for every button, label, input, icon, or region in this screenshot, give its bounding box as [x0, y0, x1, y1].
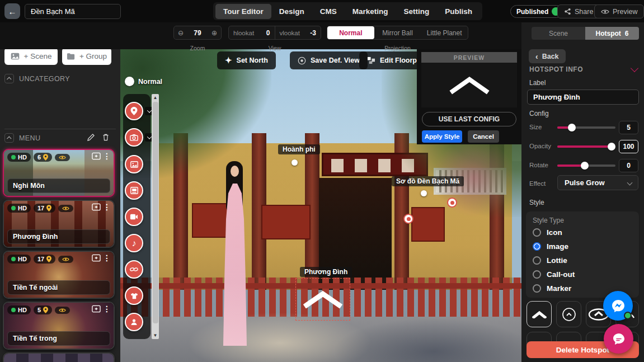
toolbar-scrollbar[interactable]: ▲ ▼: [152, 94, 159, 339]
rotate-value-input[interactable]: [619, 159, 638, 172]
scene-card-nghi-mon[interactable]: HD 6 ⋮ Nghi Môn: [3, 149, 115, 197]
visibility-badge[interactable]: [58, 256, 73, 263]
scroll-down-icon[interactable]: ▼: [152, 333, 159, 338]
projection-mode-chip[interactable]: Normal: [125, 77, 162, 86]
visibility-badge[interactable]: [55, 154, 70, 161]
hotspot-tool-scene[interactable]: [125, 128, 143, 147]
visibility-badge[interactable]: [55, 307, 70, 314]
radio-call-out[interactable]: Call-out: [533, 270, 575, 279]
collapse-menu-icon[interactable]: [4, 133, 14, 143]
more-options-icon[interactable]: ⋮: [103, 203, 111, 211]
share-icon: [564, 8, 571, 15]
hotspot-label-so-do[interactable]: Sơ đồ Đền Bạch Mã: [392, 176, 464, 186]
cancel-button[interactable]: Cancel: [468, 130, 499, 143]
hotspot-dot[interactable]: [292, 159, 298, 166]
collapse-section-icon[interactable]: [631, 64, 638, 72]
slider-thumb[interactable]: [581, 162, 589, 170]
tour-title-input[interactable]: [25, 4, 121, 19]
hotspot-label-input[interactable]: [527, 90, 639, 105]
scene-card-phuong-dinh[interactable]: HD 17 ⋮ Phương Đình: [3, 200, 115, 248]
style-chevron-bold[interactable]: [527, 301, 552, 327]
hotspot-tool-link[interactable]: [125, 260, 143, 279]
more-options-icon[interactable]: ⋮: [103, 305, 111, 313]
hotspot-tool-contact[interactable]: [125, 313, 143, 331]
share-button[interactable]: Share: [557, 4, 600, 18]
hotspot-tool-video[interactable]: [125, 208, 143, 226]
hotspot-tool-image[interactable]: [125, 155, 143, 173]
set-cover-icon[interactable]: [92, 152, 101, 160]
effect-dropdown[interactable]: Pulse Grow: [557, 175, 638, 190]
selected-hotspot-box[interactable]: [295, 278, 350, 321]
projection-little-planet[interactable]: Little Planet: [421, 26, 468, 39]
vlookat-field[interactable]: vlookat -3: [275, 26, 321, 39]
size-slider[interactable]: [557, 126, 615, 129]
zoom-in-icon[interactable]: ⊕: [208, 29, 221, 37]
set-cover-icon[interactable]: [92, 203, 101, 211]
style-chevron-circle[interactable]: [556, 301, 581, 327]
tab-scene[interactable]: Scene: [532, 27, 585, 40]
hotspot-tool-card[interactable]: [125, 181, 143, 200]
tab-publish[interactable]: Publish: [437, 4, 480, 19]
pin-icon: [43, 154, 48, 161]
tab-tour-editor[interactable]: Tour Editor: [215, 4, 271, 19]
radio-image[interactable]: Image: [533, 242, 568, 251]
add-scene-label: + Scene: [24, 52, 52, 60]
status-dot-icon: [11, 155, 16, 159]
back-button[interactable]: ‹Back: [529, 49, 566, 63]
save-default-view-button[interactable]: Save Def. View: [290, 51, 368, 69]
hotspot-dot[interactable]: [421, 190, 427, 196]
size-value-input[interactable]: [619, 121, 638, 134]
edit-menu-icon[interactable]: [87, 134, 95, 143]
hotspot-tool-audio[interactable]: ♪: [125, 234, 143, 252]
image-hotspot[interactable]: [447, 198, 457, 208]
hlookat-field[interactable]: hlookat 0: [229, 26, 275, 39]
radio-marker[interactable]: Marker: [533, 284, 571, 293]
radio-icon[interactable]: Icon: [533, 228, 562, 237]
hotspot-label-phuong-dinh[interactable]: Phương Đình: [300, 267, 352, 277]
delete-menu-icon[interactable]: [102, 134, 109, 143]
opacity-value-input[interactable]: [619, 140, 638, 153]
scroll-up-icon[interactable]: ▲: [152, 95, 159, 100]
scene-card-tien-te-trong[interactable]: HD 5 ⋮ Tiền Tế trong: [3, 302, 115, 350]
status-dot-icon: [11, 308, 16, 312]
scene-card-partial[interactable]: [3, 352, 115, 362]
messenger-chat-bubble[interactable]: [603, 291, 633, 321]
opacity-label: Opacity: [529, 143, 551, 149]
save-def-view-label: Save Def. View: [311, 57, 360, 64]
set-north-button[interactable]: ✦ Set North: [217, 51, 276, 69]
visibility-badge[interactable]: [58, 205, 73, 212]
opacity-slider[interactable]: [557, 145, 615, 148]
hotspot-tool-location[interactable]: [125, 102, 143, 120]
more-options-icon[interactable]: ⋮: [103, 152, 111, 160]
set-cover-icon[interactable]: [92, 305, 101, 313]
back-arrow-button[interactable]: ←: [4, 3, 20, 19]
hotspot-label-hoanh-phi[interactable]: Hoành phi: [278, 144, 320, 154]
tab-hotspot[interactable]: Hotspot6: [585, 27, 639, 40]
scrollbar-thumb[interactable]: [153, 102, 158, 323]
tab-marketing[interactable]: Marketing: [345, 4, 396, 19]
collapse-uncategory-icon[interactable]: [4, 74, 14, 83]
zoom-out-icon[interactable]: ⊖: [174, 29, 187, 37]
set-cover-icon[interactable]: [92, 254, 101, 262]
chat-widget-bubble[interactable]: [604, 324, 633, 354]
image-hotspot[interactable]: [403, 214, 413, 224]
apply-style-button[interactable]: Apply Style: [422, 130, 462, 143]
hotspot-tool-product[interactable]: [125, 286, 143, 305]
projection-mirror-ball[interactable]: Mirror Ball: [374, 26, 421, 39]
slider-thumb[interactable]: [608, 143, 615, 151]
radio-lottie[interactable]: Lottie: [533, 256, 567, 265]
preview-button[interactable]: Preview: [594, 4, 644, 18]
published-toggle[interactable]: Published: [510, 5, 563, 18]
projection-normal[interactable]: Normal: [327, 26, 374, 39]
slider-thumb[interactable]: [568, 124, 576, 131]
add-group-button[interactable]: + Group: [62, 48, 111, 65]
scene-name: Tiền Tế trong: [7, 331, 110, 346]
add-scene-button[interactable]: + Scene: [4, 48, 58, 65]
more-options-icon[interactable]: ⋮: [103, 254, 111, 262]
tab-design[interactable]: Design: [271, 4, 312, 19]
tab-cms[interactable]: CMS: [312, 4, 345, 19]
use-last-config-button[interactable]: USE LAST CONFIG: [422, 112, 516, 126]
tab-setting[interactable]: Setting: [396, 4, 438, 19]
rotate-slider[interactable]: [557, 164, 615, 167]
scene-card-tien-te-ngoai[interactable]: HD 17 ⋮ Tiền Tế ngoài: [3, 251, 115, 299]
